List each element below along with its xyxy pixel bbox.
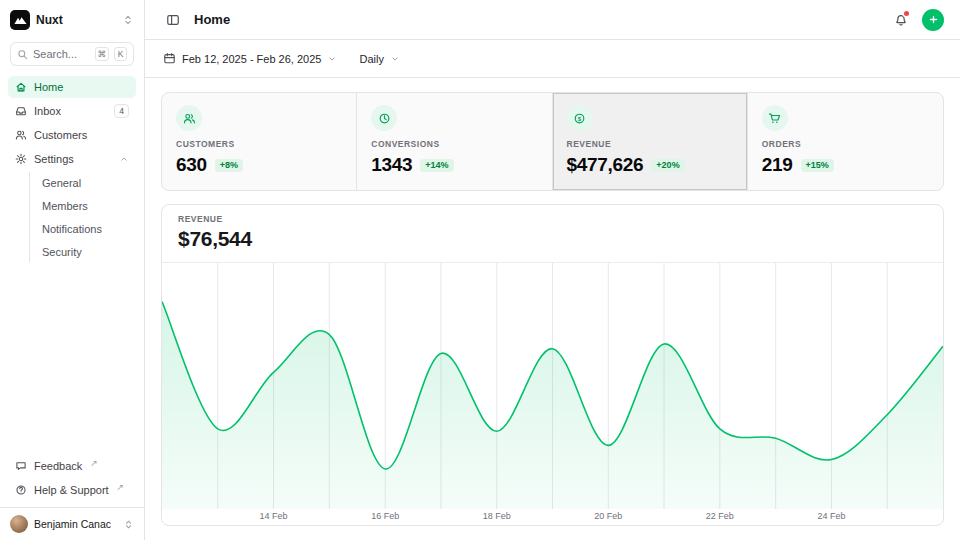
user-menu[interactable]: Benjamin Canac <box>0 507 144 540</box>
sidebar: Nuxt Search... ⌘ K Home <box>0 0 145 540</box>
x-axis-label: 18 Feb <box>483 511 511 521</box>
x-axis-label: 22 Feb <box>706 511 734 521</box>
sidebar-item-customers[interactable]: Customers <box>8 124 136 146</box>
chevron-up-icon <box>119 154 129 164</box>
stat-label: ORDERS <box>762 139 929 149</box>
notifications-button[interactable] <box>889 8 913 32</box>
stat-label: REVENUE <box>567 139 733 149</box>
speech-bubble-icon <box>15 460 27 472</box>
sidebar-item-members[interactable]: Members <box>38 195 128 216</box>
inbox-icon <box>15 105 27 117</box>
sidebar-item-label: Inbox <box>34 105 61 117</box>
search-icon <box>17 49 28 60</box>
granularity-label: Daily <box>359 53 383 65</box>
inbox-count-badge: 4 <box>114 104 129 118</box>
calendar-icon <box>163 52 176 65</box>
x-axis: 14 Feb16 Feb18 Feb20 Feb22 Feb24 Feb <box>162 511 943 523</box>
user-name: Benjamin Canac <box>34 518 111 530</box>
sidebar-item-label: General <box>42 177 81 189</box>
dollar-icon: $ <box>567 105 593 131</box>
chevron-up-down-icon <box>122 14 134 26</box>
sidebar-item-settings[interactable]: Settings <box>8 148 136 170</box>
sidebar-nav: Home Inbox 4 Customers Settings <box>0 74 144 264</box>
sidebar-item-label: Customers <box>34 129 87 141</box>
x-axis-label: 24 Feb <box>817 511 845 521</box>
filters-toolbar: Feb 12, 2025 - Feb 26, 2025 Daily <box>145 40 960 78</box>
chevron-down-icon <box>390 54 400 64</box>
users-icon <box>176 105 202 131</box>
stats-row: CUSTOMERS 630 +8% CONVERSIONS 1343 +14% <box>161 92 944 191</box>
cart-icon <box>762 105 788 131</box>
stat-value: 1343 <box>371 154 412 176</box>
svg-text:$: $ <box>578 114 582 121</box>
stat-label: CUSTOMERS <box>176 139 342 149</box>
create-button[interactable] <box>922 9 944 31</box>
sidebar-item-label: Home <box>34 81 63 93</box>
workspace-switcher[interactable]: Nuxt <box>0 0 144 40</box>
feedback-link[interactable]: Feedback ↗ <box>8 455 136 477</box>
date-range-picker[interactable]: Feb 12, 2025 - Feb 26, 2025 <box>161 48 339 69</box>
notification-dot <box>904 11 909 16</box>
sidebar-item-label: Settings <box>34 153 74 165</box>
sidebar-item-label: Security <box>42 246 82 258</box>
sidebar-item-home[interactable]: Home <box>8 76 136 98</box>
avatar <box>10 515 28 533</box>
stat-value: $477,626 <box>567 154 644 176</box>
settings-subnav: General Members Notifications Security <box>29 172 128 262</box>
stat-card-conversions[interactable]: CONVERSIONS 1343 +14% <box>357 93 552 190</box>
stat-value: 630 <box>176 154 207 176</box>
main-header: Home <box>145 0 960 40</box>
panel-left-icon <box>166 13 180 27</box>
chevron-up-down-icon <box>123 519 134 530</box>
footer-link-label: Help & Support <box>34 484 109 496</box>
trend-badge: +15% <box>801 159 834 172</box>
sidebar-item-notifications[interactable]: Notifications <box>38 218 128 239</box>
search-placeholder: Search... <box>33 48 90 60</box>
chart-value: $76,544 <box>178 227 927 251</box>
external-link-icon: ↗ <box>117 482 125 492</box>
dashboard-window: Nuxt Search... ⌘ K Home <box>0 0 960 540</box>
users-icon <box>15 129 27 141</box>
stat-card-customers[interactable]: CUSTOMERS 630 +8% <box>162 93 357 190</box>
trend-badge: +14% <box>420 159 453 172</box>
x-axis-label: 14 Feb <box>260 511 288 521</box>
footer-link-label: Feedback <box>34 460 82 472</box>
gear-icon <box>15 153 27 165</box>
stat-label: CONVERSIONS <box>371 139 537 149</box>
collapse-sidebar-button[interactable] <box>161 8 185 32</box>
chart-label: REVENUE <box>178 214 927 224</box>
sidebar-item-label: Notifications <box>42 223 102 235</box>
sidebar-item-label: Members <box>42 200 88 212</box>
x-axis-label: 16 Feb <box>371 511 399 521</box>
plus-icon <box>928 14 939 25</box>
chevron-down-icon <box>327 54 337 64</box>
nuxt-logo-icon <box>10 10 30 30</box>
workspace-name: Nuxt <box>36 13 63 27</box>
date-range-label: Feb 12, 2025 - Feb 26, 2025 <box>182 53 321 65</box>
help-support-link[interactable]: Help & Support ↗ <box>8 479 136 501</box>
sidebar-footer: Feedback ↗ Help & Support ↗ <box>0 451 144 507</box>
kbd-cmd: ⌘ <box>95 47 110 61</box>
sidebar-item-security[interactable]: Security <box>38 241 128 262</box>
dashboard-content: CUSTOMERS 630 +8% CONVERSIONS 1343 +14% <box>145 78 960 540</box>
search-input[interactable]: Search... ⌘ K <box>10 42 134 66</box>
question-circle-icon <box>15 484 27 496</box>
trend-badge: +8% <box>215 159 243 172</box>
revenue-chart-card: REVENUE $76,544 14 Feb16 Feb18 Feb20 Feb… <box>161 204 944 526</box>
chart-header: REVENUE $76,544 <box>162 205 943 263</box>
clock-icon <box>371 105 397 131</box>
revenue-area-chart[interactable]: 14 Feb16 Feb18 Feb20 Feb22 Feb24 Feb <box>162 263 943 525</box>
main-panel: Home Feb 12, 2025 - Feb 26, 2025 <box>145 0 960 540</box>
home-icon <box>15 81 27 93</box>
stat-value: 219 <box>762 154 793 176</box>
kbd-k: K <box>114 47 127 61</box>
stat-card-orders[interactable]: ORDERS 219 +15% <box>748 93 943 190</box>
sidebar-item-inbox[interactable]: Inbox 4 <box>8 100 136 122</box>
granularity-select[interactable]: Daily <box>357 49 401 69</box>
external-link-icon: ↗ <box>90 458 98 468</box>
chart-canvas <box>162 263 943 509</box>
trend-badge: +20% <box>651 159 684 172</box>
sidebar-item-general[interactable]: General <box>38 172 128 193</box>
stat-card-revenue[interactable]: $ REVENUE $477,626 +20% <box>553 93 748 190</box>
page-title: Home <box>194 12 230 27</box>
